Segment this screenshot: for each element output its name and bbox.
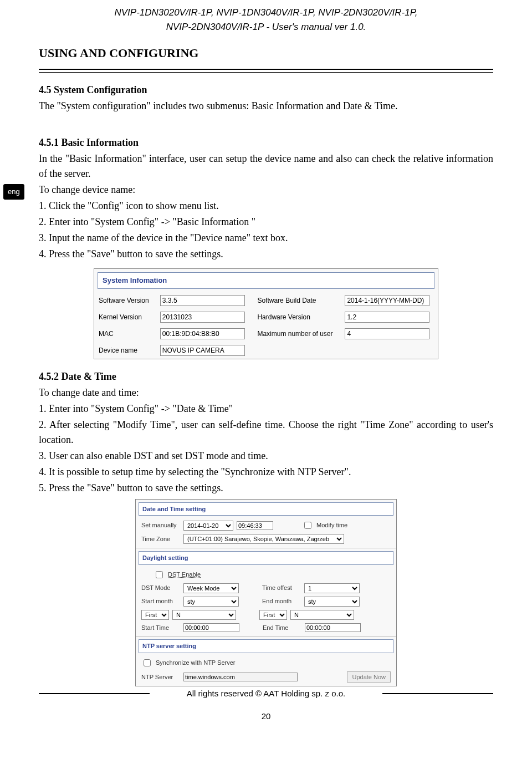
start-time-input[interactable] — [183, 623, 239, 632]
ntp-sync-checkbox[interactable] — [144, 659, 151, 666]
lbl-start-time: Start Time — [141, 623, 180, 633]
language-tab: eng — [3, 184, 24, 200]
p-4-5-desc: The "System configuration" includes two … — [39, 99, 493, 114]
p-4-5-1-intro: In the "Basic Information" interface, us… — [39, 151, 493, 181]
footer-rule-right — [382, 693, 493, 694]
lbl-end-time: End Time — [263, 623, 301, 633]
lbl-hw-ver: Hardware Version — [253, 309, 340, 325]
lbl-dev-name: Device name — [94, 342, 156, 359]
lbl-sw-build: Software Build Date — [253, 292, 340, 309]
panel2-header3: NTP server setting — [139, 639, 393, 653]
start-day-select[interactable]: N — [172, 610, 236, 620]
footer-text: All rights reserved © AAT Holding sp. z … — [150, 688, 382, 700]
step-452-3: 3. User can also enable DST and set DST … — [39, 449, 493, 464]
date-select[interactable]: 2014-01-20 — [183, 521, 233, 531]
end-week-select[interactable]: First — [259, 610, 287, 620]
tz-select[interactable]: (UTC+01:00) Sarajewo, Skopie, Warszawa, … — [183, 534, 344, 544]
val-dev-name[interactable] — [160, 345, 245, 356]
lbl-modify-time: Modify time — [316, 521, 347, 530]
val-sw-build[interactable] — [345, 295, 429, 306]
step-452-2: 2. After selecting "Modify Time", user c… — [39, 417, 493, 447]
p-4-5-2-lead: To change date and time: — [39, 385, 493, 400]
lbl-max-users: Maximum number of user — [253, 325, 340, 342]
start-month-select[interactable]: sty — [183, 597, 239, 607]
lbl-kernel: Kernel Version — [94, 309, 156, 325]
p-4-5-1-lead: To change device name: — [39, 182, 493, 197]
lbl-set-manually: Set manually — [141, 521, 180, 530]
lbl-end-month: End month — [262, 597, 301, 606]
lbl-ntp-sync: Synchronize with NTP Server — [156, 658, 235, 668]
step-451-2: 2. Enter into "System Config" -> "Basic … — [39, 215, 493, 230]
page-number: 20 — [39, 710, 493, 723]
end-day-select[interactable]: N — [290, 610, 354, 620]
modify-time-checkbox[interactable] — [304, 522, 311, 529]
doc-header: NVIP-1DN3020V/IR-1P, NVIP-1DN3040V/IR-1P… — [39, 6, 493, 34]
header-line2: NVIP-2DN3040V/IR-1P - User's manual ver … — [166, 22, 366, 32]
update-now-button[interactable]: Update Now — [347, 671, 391, 683]
end-time-input[interactable] — [305, 623, 361, 632]
val-mac[interactable] — [160, 328, 245, 339]
step-451-4: 4. Press the "Save" button to save the s… — [39, 247, 493, 262]
ntp-server-input[interactable] — [183, 673, 298, 681]
step-452-5: 5. Press the "Save" button to save the s… — [39, 481, 493, 496]
val-hw-ver[interactable] — [345, 312, 429, 323]
step-451-3: 3. Input the name of the device in the "… — [39, 231, 493, 246]
date-time-panel: Date and Time setting Set manually 2014-… — [135, 499, 397, 687]
lbl-mac: MAC — [94, 325, 156, 342]
step-451-1: 1. Click the "Config" icon to show menu … — [39, 198, 493, 213]
panel1-header: System Infomation — [98, 272, 434, 289]
h-4-5-1: 4.5.1 Basic Information — [39, 135, 493, 150]
end-month-select[interactable]: sty — [304, 597, 360, 607]
footer-rule-left — [39, 693, 150, 694]
time-offset-select[interactable]: 1 — [304, 583, 360, 593]
h-4-5: 4.5 System Configuration — [39, 83, 493, 98]
system-info-panel: System Infomation Software Version Softw… — [94, 268, 438, 359]
header-line1: NVIP-1DN3020V/IR-1P, NVIP-1DN3040V/IR-1P… — [114, 7, 417, 18]
h-4-5-2: 4.5.2 Date & Time — [39, 369, 493, 384]
val-kernel[interactable] — [160, 312, 245, 323]
start-week-select[interactable]: First — [141, 610, 169, 620]
dst-mode-select[interactable]: Week Mode — [183, 583, 239, 593]
lbl-tz: Time Zone — [141, 534, 180, 544]
lbl-time-offset: Time offest — [262, 583, 301, 593]
divider — [39, 69, 493, 73]
panel2-header2: Daylight setting — [139, 551, 393, 565]
time-input[interactable] — [237, 521, 273, 530]
lbl-start-month: Start month — [141, 597, 180, 606]
panel2-header1: Date and Time setting — [139, 502, 393, 516]
lbl-ntp-server: NTP Server — [141, 673, 180, 682]
lbl-dst-mode: DST Mode — [141, 583, 180, 593]
lbl-dst-enable: DST Enable — [168, 570, 201, 579]
lbl-sw-ver: Software Version — [94, 292, 156, 309]
val-sw-ver[interactable] — [160, 295, 245, 306]
step-452-1: 1. Enter into "System Config" -> "Date &… — [39, 401, 493, 416]
dst-enable-checkbox[interactable] — [156, 571, 163, 578]
section-title: USING AND CONFIGURING — [39, 44, 493, 62]
step-452-4: 4. It is possible to setup time by selec… — [39, 465, 493, 480]
val-max-users[interactable] — [345, 328, 429, 339]
